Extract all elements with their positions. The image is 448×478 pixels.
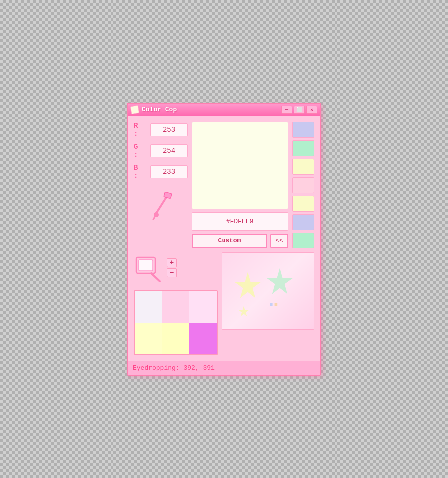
g-row: G : xyxy=(134,143,188,159)
eyedropper-icon xyxy=(150,189,176,220)
minimize-button[interactable]: — xyxy=(281,106,292,114)
magnifier-row: + − xyxy=(134,252,314,355)
b-label: B : xyxy=(134,164,146,180)
swatches-column xyxy=(292,122,314,248)
swatch-1[interactable] xyxy=(292,122,314,138)
svg-marker-9 xyxy=(239,306,249,316)
star-scene xyxy=(222,253,314,329)
g-input[interactable] xyxy=(150,144,188,157)
statusbar: Eyedropping: 392, 391 xyxy=(128,361,320,375)
left-middle-panel: R : G : B : xyxy=(134,122,314,355)
app-icon xyxy=(130,105,140,114)
palette-cell-5[interactable] xyxy=(162,323,190,354)
palette-cell-4[interactable] xyxy=(135,323,162,354)
close-button[interactable]: ✕ xyxy=(306,106,317,114)
color-palette xyxy=(134,290,218,355)
swatch-4[interactable] xyxy=(292,177,314,193)
eyedropper-container xyxy=(134,184,188,223)
magnifier-panel: + − xyxy=(134,252,218,355)
r-input[interactable] xyxy=(150,123,188,136)
window-controls: — ⬜ ✕ xyxy=(281,106,317,114)
palette-cell-6[interactable] xyxy=(189,323,217,354)
swatch-2[interactable] xyxy=(292,140,314,156)
svg-line-3 xyxy=(153,217,155,220)
magnifier-controls: + − xyxy=(134,252,218,283)
zoom-in-button[interactable]: + xyxy=(167,258,177,267)
hex-input[interactable] xyxy=(192,212,288,231)
svg-line-0 xyxy=(155,196,167,215)
swatch-5[interactable] xyxy=(292,196,314,212)
svg-rect-5 xyxy=(139,260,153,271)
preview-panel: Custom << xyxy=(192,122,288,248)
svg-line-6 xyxy=(151,273,160,281)
svg-rect-10 xyxy=(270,303,273,306)
svg-rect-11 xyxy=(275,303,278,306)
palette-cell-1[interactable] xyxy=(135,291,162,323)
maximize-button[interactable]: ⬜ xyxy=(294,106,305,114)
arrow-button[interactable]: << xyxy=(270,234,288,248)
top-row: R : G : B : xyxy=(134,122,314,355)
svg-marker-8 xyxy=(267,268,293,294)
svg-marker-7 xyxy=(235,272,261,298)
b-input[interactable] xyxy=(150,165,188,178)
titlebar: Color Cop — ⬜ ✕ xyxy=(128,104,320,116)
color-cop-window: Color Cop — ⬜ ✕ R : xyxy=(127,103,321,376)
r-label: R : xyxy=(134,122,146,138)
rgb-panel: R : G : B : xyxy=(134,122,188,248)
palette-cell-3[interactable] xyxy=(189,291,217,323)
r-row: R : xyxy=(134,122,188,138)
custom-button[interactable]: Custom xyxy=(192,234,267,248)
zoom-out-button[interactable]: − xyxy=(167,268,177,277)
rgb-preview-row: R : G : B : xyxy=(134,122,314,248)
g-label: G : xyxy=(134,143,146,159)
b-row: B : xyxy=(134,164,188,180)
palette-cell-2[interactable] xyxy=(162,291,190,323)
magnifier-icon xyxy=(134,252,163,283)
color-preview xyxy=(192,122,288,209)
custom-row: Custom << xyxy=(192,234,288,248)
swatch-6[interactable] xyxy=(292,214,314,230)
window-title: Color Cop xyxy=(142,106,278,113)
status-text: Eyedropping: 392, 391 xyxy=(133,364,215,372)
bottom-preview xyxy=(222,252,314,330)
content-area: R : G : B : xyxy=(128,116,320,361)
zoom-controls: + − xyxy=(167,258,177,277)
swatch-7[interactable] xyxy=(292,233,314,248)
swatch-3[interactable] xyxy=(292,159,314,175)
